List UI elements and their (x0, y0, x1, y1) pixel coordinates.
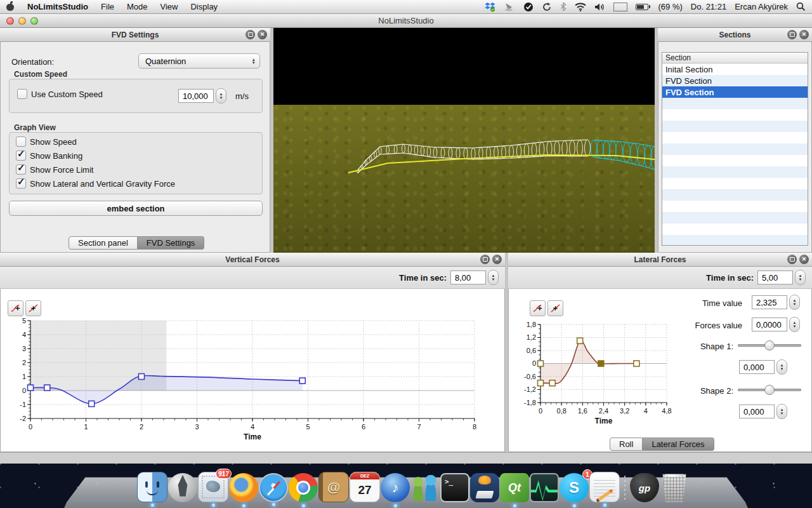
section-row-empty[interactable] (662, 121, 808, 132)
activity-monitor-dock-icon[interactable] (530, 473, 559, 502)
shape1-input[interactable]: 0,000 (739, 360, 775, 374)
shape2-stepper[interactable]: ▲▼ (776, 404, 787, 419)
address-book-dock-icon[interactable]: @ (318, 472, 349, 502)
menu-view[interactable]: View (160, 2, 178, 11)
use-custom-speed-row[interactable]: Use Custom Speed (17, 89, 103, 99)
lateral-forces-chart[interactable]: 00,81,62,43,244,8-1,8-1,2-0,600,61,21,8T… (511, 289, 676, 438)
launchpad-dock-icon[interactable] (168, 473, 197, 502)
app-menu[interactable]: NoLimitsStudio (27, 2, 88, 11)
viewport-3d[interactable] (273, 28, 655, 253)
time-value-input[interactable]: 2,325 (752, 295, 787, 309)
shape1-stepper[interactable]: ▲▼ (776, 359, 787, 375)
show-force-limit-checkbox[interactable] (16, 164, 26, 175)
spotlight-icon[interactable] (796, 2, 806, 12)
use-custom-speed-checkbox[interactable] (17, 89, 27, 99)
shape2-slider-thumb[interactable] (764, 385, 775, 395)
orientation-dropdown[interactable]: Quaternion ▲▼ (138, 53, 260, 69)
section-row-empty[interactable] (662, 155, 808, 166)
forces-value-spinner: 0,0000 ▲▼ (752, 317, 800, 332)
penguin-app-dock-icon[interactable] (470, 473, 499, 502)
vf-time-input[interactable]: 8,00 (450, 271, 486, 284)
menu-file[interactable]: File (101, 2, 114, 11)
calendar-dock-icon[interactable]: Dez27 (350, 472, 380, 502)
section-row[interactable]: Inital Section (662, 64, 808, 75)
show-speed-checkbox[interactable] (16, 137, 26, 147)
time-value-stepper[interactable]: ▲▼ (789, 295, 800, 310)
float-panel-icon[interactable] (480, 255, 490, 264)
safari-dock-icon[interactable] (259, 473, 288, 502)
float-panel-icon[interactable] (246, 30, 255, 39)
guitar-pro-dock-icon[interactable]: gp (630, 473, 659, 502)
skype-dock-icon[interactable]: S1 (560, 473, 589, 502)
terminal-dock-icon[interactable]: >_ (440, 473, 469, 502)
section-row-empty[interactable] (662, 178, 808, 189)
german-flag-icon[interactable] (613, 3, 627, 11)
textedit-dock-icon[interactable] (589, 472, 620, 502)
finder-dock-icon[interactable] (137, 472, 167, 502)
float-panel-icon[interactable] (787, 255, 797, 264)
menu-user[interactable]: Ercan Akyürek (735, 2, 788, 11)
section-row-empty[interactable] (662, 166, 808, 178)
wifi-icon[interactable] (575, 2, 586, 12)
vertical-forces-panel: Vertical Forces ✕ Time in sec: 8,00 ▲▼ 0… (0, 253, 505, 452)
lf-time-stepper[interactable]: ▲▼ (795, 270, 806, 285)
section-row-empty[interactable] (662, 132, 808, 144)
close-panel-icon[interactable]: ✕ (258, 30, 267, 39)
show-banking-checkbox[interactable] (16, 150, 26, 161)
tab-lateral-forces[interactable]: Lateral Forces (643, 438, 714, 451)
chrome-dock-icon[interactable] (289, 473, 318, 502)
vertical-forces-chart[interactable]: 012345678-2-1012345Time (0, 289, 505, 448)
section-row-empty[interactable] (662, 98, 808, 109)
section-row-empty[interactable] (662, 212, 808, 224)
show-gravity-force-row[interactable]: Show Lateral and Vertical Gravity Force (16, 178, 175, 189)
menu-mode[interactable]: Mode (127, 2, 148, 11)
dropbox-icon[interactable] (485, 2, 495, 12)
menu-display[interactable]: Display (190, 2, 218, 11)
shape2-input[interactable]: 0,000 (739, 404, 775, 418)
section-row[interactable]: FVD Section (662, 86, 808, 98)
menu-clock[interactable]: Do. 21:21 (691, 2, 726, 11)
close-panel-icon[interactable]: ✕ (799, 30, 809, 39)
forces-value-input[interactable]: 0,0000 (752, 318, 787, 331)
firefox-dock-icon[interactable] (229, 473, 258, 502)
vf-time-stepper[interactable]: ▲▼ (488, 270, 499, 285)
check-circle-icon[interactable] (523, 2, 534, 12)
cone-icon[interactable] (504, 2, 515, 12)
shape1-slider-thumb[interactable] (764, 340, 775, 351)
close-panel-icon[interactable]: ✕ (492, 255, 502, 264)
sync-icon[interactable] (542, 2, 552, 12)
section-row-empty[interactable] (662, 235, 808, 246)
section-row-empty[interactable] (662, 224, 808, 235)
custom-speed-stepper[interactable]: ▲▼ (216, 88, 226, 104)
itunes-dock-icon[interactable]: ♪ (381, 473, 410, 502)
apple-menu-icon[interactable] (6, 2, 15, 11)
section-row-empty[interactable] (662, 189, 808, 201)
section-row[interactable]: FVD Section (662, 75, 808, 86)
section-row-empty[interactable] (662, 109, 808, 121)
qt-creator-dock-icon[interactable]: Qt (500, 473, 529, 502)
tab-fvd-settings[interactable]: FVD Settings (138, 236, 205, 250)
lf-time-input[interactable]: 5,00 (757, 271, 793, 284)
mail-dock-icon[interactable]: 917 (198, 472, 228, 502)
float-panel-icon[interactable] (787, 30, 797, 39)
battery-icon[interactable] (636, 2, 650, 12)
close-panel-icon[interactable]: ✕ (799, 255, 809, 264)
shape1-slider[interactable] (738, 340, 801, 351)
trash-dock-icon[interactable] (660, 473, 689, 502)
custom-speed-input[interactable]: 10,000 (178, 89, 214, 103)
ichat-dock-icon[interactable] (410, 473, 440, 502)
shape2-slider[interactable] (738, 385, 801, 395)
bluetooth-icon[interactable] (560, 2, 566, 12)
show-force-limit-row[interactable]: Show Force Limit (16, 164, 93, 175)
tab-section-panel[interactable]: Section panel (69, 236, 138, 250)
show-banking-row[interactable]: Show Banking (16, 150, 82, 161)
forces-value-stepper[interactable]: ▲▼ (789, 317, 800, 332)
tab-roll[interactable]: Roll (610, 438, 643, 451)
section-row-empty[interactable] (662, 201, 808, 212)
sections-column-header[interactable]: Section (662, 53, 808, 64)
section-row-empty[interactable] (662, 144, 808, 155)
volume-icon[interactable] (594, 2, 605, 12)
show-speed-row[interactable]: Show Speed (16, 137, 77, 147)
show-gravity-force-checkbox[interactable] (16, 178, 26, 189)
embed-section-button[interactable]: embed section (9, 201, 263, 216)
